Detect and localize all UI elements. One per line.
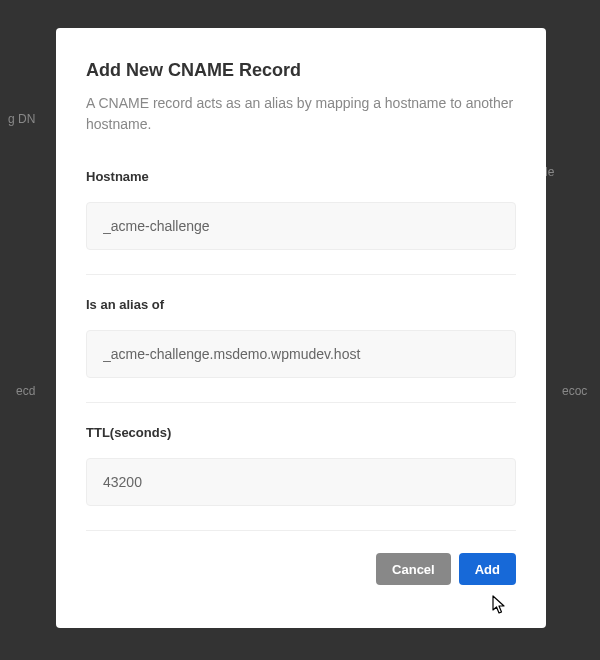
modal-description: A CNAME record acts as an alias by mappi…	[86, 93, 516, 135]
alias-input[interactable]	[86, 330, 516, 378]
ttl-label: TTL(seconds)	[86, 425, 516, 440]
obscured-bg-text: ecd	[16, 384, 35, 398]
alias-label: Is an alias of	[86, 297, 516, 312]
cancel-button[interactable]: Cancel	[376, 553, 451, 585]
ttl-input[interactable]	[86, 458, 516, 506]
alias-field: Is an alias of	[86, 297, 516, 403]
obscured-bg-text: g DN	[8, 112, 35, 126]
obscured-bg-text: ecoc	[562, 384, 587, 398]
hostname-input[interactable]	[86, 202, 516, 250]
add-cname-modal: Add New CNAME Record A CNAME record acts…	[56, 28, 546, 628]
hostname-field: Hostname	[86, 169, 516, 275]
add-button[interactable]: Add	[459, 553, 516, 585]
hostname-label: Hostname	[86, 169, 516, 184]
obscured-bg-text: le	[545, 165, 554, 179]
modal-title: Add New CNAME Record	[86, 60, 516, 81]
modal-actions: Cancel Add	[86, 553, 516, 585]
ttl-field: TTL(seconds)	[86, 425, 516, 531]
